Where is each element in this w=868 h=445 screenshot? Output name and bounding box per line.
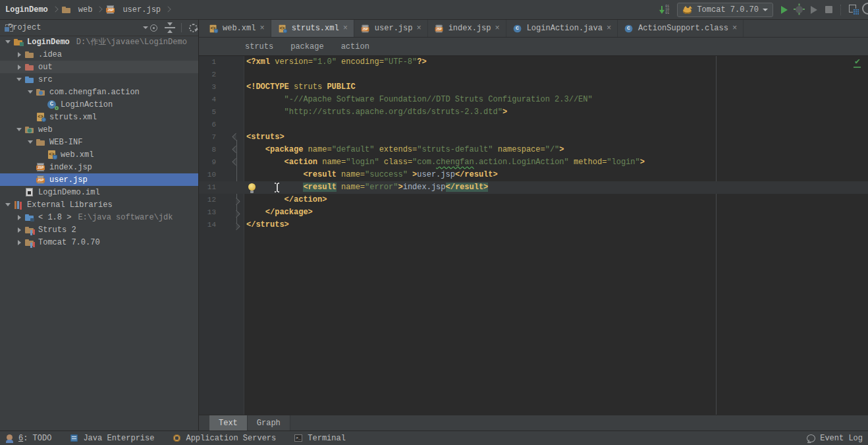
- tree-row-idea[interactable]: .idea: [0, 48, 198, 61]
- close-icon[interactable]: ×: [343, 24, 348, 32]
- tree-row-index-jsp[interactable]: index.jsp: [0, 161, 198, 173]
- close-icon[interactable]: ×: [495, 24, 499, 32]
- collapse-all-icon[interactable]: [165, 22, 175, 33]
- code-text: "-//Apache Software Foundation//DTD Stru…: [246, 94, 593, 106]
- expand-chevron: [26, 113, 34, 121]
- code-line-13[interactable]: 13 </package>: [199, 206, 868, 219]
- tab-label: web.xml: [223, 24, 256, 33]
- view-tab-text[interactable]: Text: [209, 415, 248, 430]
- code-breadcrumb-action[interactable]: action: [341, 42, 369, 51]
- tree-row-tomcat-7-0-70[interactable]: Tomcat 7.0.70: [0, 236, 198, 249]
- search-everywhere-icon[interactable]: [862, 3, 868, 15]
- status-item-todo[interactable]: 6: TODO: [5, 434, 51, 443]
- debug-button[interactable]: [796, 6, 803, 13]
- status-bar: 6: TODOJava EnterpriseApplication Server…: [0, 430, 868, 445]
- fold-marker-icon[interactable]: [232, 196, 240, 204]
- tree-row-user-jsp[interactable]: user.jsp: [0, 173, 198, 186]
- tree-row-logindemo-iml[interactable]: LoginDemo.iml: [0, 186, 198, 198]
- fold-marker-icon[interactable]: [232, 146, 240, 154]
- tree-row-struts-2[interactable]: Struts 2: [0, 223, 198, 236]
- tab-user-jsp[interactable]: user.jsp×: [354, 20, 428, 37]
- code-line-10[interactable]: 10 <result name="success" >user.jsp</res…: [199, 169, 868, 181]
- tree-row-src[interactable]: src: [0, 73, 198, 86]
- status-item-terminal[interactable]: Terminal: [294, 434, 346, 443]
- code-line-14[interactable]: 14</struts>: [199, 219, 868, 231]
- nav-breadcrumb-logindemo[interactable]: LoginDemo: [5, 5, 48, 15]
- chevron-down-icon[interactable]: [16, 78, 22, 81]
- chevron-right-icon[interactable]: [18, 240, 21, 245]
- run-button[interactable]: [781, 6, 788, 14]
- code-breadcrumb-struts[interactable]: struts: [245, 42, 273, 51]
- expand-chevron: [38, 101, 45, 109]
- edit-configurations-icon[interactable]: [849, 5, 859, 15]
- chevron-down-icon[interactable]: [5, 203, 11, 206]
- close-icon[interactable]: ×: [259, 24, 264, 32]
- gear-icon[interactable]: [188, 22, 198, 33]
- close-icon[interactable]: ×: [607, 24, 611, 32]
- tab-index-jsp[interactable]: index.jsp×: [428, 20, 506, 37]
- code-line-5[interactable]: 5 "http://struts.apache.org/dtds/struts-…: [199, 106, 868, 119]
- tree-row-web-xml[interactable]: web.xml: [0, 148, 198, 161]
- code-breadcrumb-package[interactable]: package: [290, 42, 323, 51]
- nav-breadcrumb-user-jsp[interactable]: user.jsp: [104, 5, 161, 15]
- view-tab-graph[interactable]: Graph: [248, 415, 290, 430]
- code-line-4[interactable]: 4 "-//Apache Software Foundation//DTD St…: [199, 94, 868, 106]
- line-number: 14: [199, 219, 216, 231]
- tab-loginaction-java[interactable]: LoginAction.java×: [506, 20, 618, 37]
- fold-marker-icon[interactable]: [232, 159, 240, 166]
- inspection-ok-icon[interactable]: ✔: [852, 57, 863, 68]
- code-line-2[interactable]: 2: [199, 69, 868, 81]
- code-text: </struts>: [246, 219, 289, 231]
- tab-actionsupport-class[interactable]: ActionSupport.class×: [618, 20, 744, 37]
- close-icon[interactable]: ×: [732, 24, 737, 32]
- code-line-6[interactable]: 6: [199, 119, 868, 131]
- code-line-11[interactable]: 11 <result name="error">index.jsp</resul…: [199, 181, 868, 194]
- fold-marker-icon[interactable]: [232, 222, 240, 229]
- locate-file-icon[interactable]: [148, 22, 159, 33]
- coverage-button[interactable]: [811, 6, 817, 14]
- intention-bulb-icon[interactable]: [248, 183, 256, 193]
- chevron-right-icon[interactable]: [18, 215, 21, 220]
- tree-row-1-8[interactable]: < 1.8 >E:\java software\jdk: [0, 211, 198, 223]
- class-key-icon: [47, 100, 57, 109]
- fold-marker-icon[interactable]: [232, 209, 240, 216]
- tree-row-out[interactable]: out: [0, 61, 198, 73]
- close-icon[interactable]: ×: [416, 24, 421, 32]
- chevron-down-icon[interactable]: [143, 26, 148, 29]
- chevron-down-icon[interactable]: [28, 140, 33, 144]
- status-item-java-enterprise[interactable]: Java Enterprise: [70, 434, 154, 443]
- code-line-12[interactable]: 12 </action>: [199, 194, 868, 206]
- chevron-down-icon[interactable]: [28, 90, 33, 94]
- code-editor[interactable]: 1<?xml version="1.0" encoding="UTF-8"?>2…: [199, 56, 868, 415]
- nav-breadcrumb-web[interactable]: web: [60, 5, 93, 15]
- chevron-right-icon[interactable]: [18, 65, 21, 70]
- tree-row-web-inf[interactable]: WEB-INF: [0, 136, 198, 148]
- chevron-down-icon[interactable]: [16, 128, 22, 131]
- run-configuration-select[interactable]: Tomcat 7.0.70: [677, 3, 773, 17]
- tab-web-xml[interactable]: web.xml×: [202, 20, 271, 37]
- tree-row-loginaction[interactable]: LoginAction: [0, 98, 198, 111]
- status-item-application-servers[interactable]: Application Servers: [173, 434, 276, 443]
- code-text: </action>: [246, 194, 327, 206]
- tab-struts-xml[interactable]: struts.xml×: [271, 20, 354, 37]
- tree-row-external-libraries[interactable]: External Libraries: [0, 198, 198, 211]
- fold-marker-icon[interactable]: [232, 134, 240, 141]
- code-text: <result name="success" >user.jsp</result…: [246, 169, 498, 181]
- tree-row-struts-xml[interactable]: struts.xml: [0, 111, 198, 123]
- code-text: <?xml version="1.0" encoding="UTF-8"?>: [246, 56, 427, 69]
- tree-row-logindemo[interactable]: LoginDemoD:\作业\javaee\LoginDemo: [0, 36, 198, 48]
- tree-row-web[interactable]: web: [0, 123, 198, 136]
- code-line-7[interactable]: 7<struts>: [199, 131, 868, 144]
- chevron-right-icon[interactable]: [18, 227, 21, 233]
- line-number: 10: [199, 169, 216, 181]
- code-line-8[interactable]: 8 <package name="default" extends="strut…: [199, 144, 868, 156]
- chevron-down-icon[interactable]: [5, 40, 11, 44]
- code-line-1[interactable]: 1<?xml version="1.0" encoding="UTF-8"?>: [199, 56, 868, 69]
- folder-icon: [36, 137, 46, 147]
- tree-row-com-chengfan-action[interactable]: com.chengfan.action: [0, 86, 198, 98]
- chevron-right-icon[interactable]: [18, 52, 21, 57]
- code-line-3[interactable]: 3<!DOCTYPE struts PUBLIC: [199, 81, 868, 94]
- code-line-9[interactable]: 9 <action name="login" class="com.chengf…: [199, 156, 868, 169]
- event-log-button[interactable]: Event Log: [806, 434, 863, 443]
- update-project-icon[interactable]: [659, 5, 669, 15]
